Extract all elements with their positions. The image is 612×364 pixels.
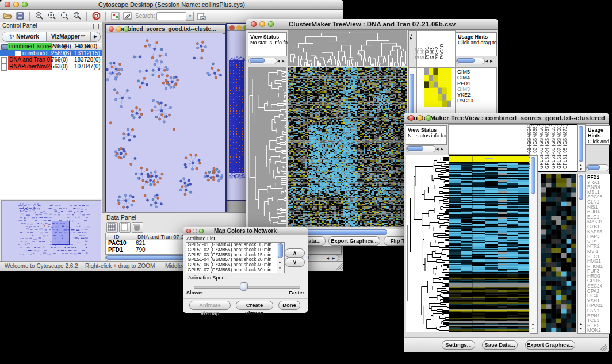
close-button[interactable] — [251, 21, 257, 27]
zoom-button[interactable] — [426, 115, 431, 121]
node-count: 769(0) — [51, 56, 68, 63]
column-label: GPL51-06 (GSM865) — [552, 125, 556, 169]
tv1-row-dendrogram[interactable] — [248, 67, 286, 227]
search-dropdown-button[interactable]: ▼ — [186, 12, 194, 21]
node-count: 2569(6) — [51, 50, 71, 57]
tv2-mini-heatmap[interactable] — [541, 174, 576, 332]
treeview2-titlebar[interactable]: ClusterMaker TreeView : combined_scores_… — [404, 113, 609, 124]
treeview1-title: ClusterMaker TreeView : DNA and Tran 07-… — [246, 19, 498, 29]
network-tree-row[interactable]: RNAPuberNov2+|563(0)107847(0) — [0, 63, 102, 70]
export-graphics---button[interactable]: Export Graphics... — [329, 237, 380, 245]
tab-vizmapper[interactable]: VizMapper™ — [47, 32, 91, 41]
network-overview-panel[interactable] — [1, 200, 101, 263]
done-button[interactable]: Done — [279, 301, 300, 309]
data-panel-title: Data Panel — [106, 214, 136, 221]
column-label: GPL51-04 (GSM857) — [545, 125, 550, 169]
minimize-button — [193, 229, 197, 233]
network-name: combined_sco — [21, 50, 52, 57]
tv1-heatmap[interactable] — [288, 67, 407, 227]
new-page-icon[interactable] — [119, 222, 131, 233]
status-welcome: Welcome to Cytoscape 2.6.2 — [5, 263, 78, 269]
resize-grip[interactable] — [600, 344, 607, 351]
table-icon[interactable] — [106, 222, 118, 233]
zoom-button[interactable] — [199, 229, 204, 233]
control-panel-header: Control Panel — [0, 22, 102, 30]
dialog-titlebar[interactable]: Map Colors to Network — [183, 227, 308, 235]
column-label: PAC10 — [439, 44, 444, 59]
window-controls — [5, 2, 28, 7]
save-button[interactable] — [15, 12, 25, 21]
more-tabs-button[interactable]: ▶ — [91, 32, 100, 41]
network-canvas-2[interactable] — [227, 31, 247, 199]
slider-thumb[interactable] — [240, 282, 248, 291]
tv1-mini-heatmap[interactable] — [424, 68, 451, 107]
gene-label: GIM4 — [457, 75, 473, 81]
column-label: PFD1 — [424, 47, 429, 59]
column-label: GPL51-08 (GSM872) — [563, 125, 568, 169]
minimize-button[interactable] — [417, 115, 423, 121]
annotation-icon[interactable] — [123, 12, 133, 21]
move-down-button[interactable]: ∨ — [285, 258, 304, 266]
tv2-gene-panel: PFD1YRA1RNR4MSL1SPC98CLN1NIS1BUD4ELG1MAK… — [586, 174, 610, 334]
trash-icon[interactable] — [132, 222, 143, 233]
tv1-usage-hints-panel: Usage HintsClick and drag to — [456, 32, 497, 56]
minimize-button[interactable] — [259, 21, 265, 27]
zoom-selected-icon[interactable] — [72, 12, 82, 21]
network-tree-row[interactable]: combined_sco2569(6)13112(15) — [0, 50, 102, 57]
float-panel-icon[interactable] — [93, 24, 99, 29]
tab-network[interactable]: Network — [2, 32, 47, 41]
tv2-vscrollbar[interactable]: ▲ ▼ — [530, 155, 538, 334]
zoom-out-icon[interactable] — [34, 12, 44, 21]
cytoscape-titlebar[interactable]: Cytoscape Desktop (Session Name: collins… — [0, 0, 343, 10]
tv2-row-dendrogram[interactable] — [406, 155, 449, 332]
tv2-usage-hints-panel: Usage HintsClick and drag — [586, 125, 610, 145]
tv2-genes-scrollbar[interactable]: ▲ ▼ — [577, 174, 586, 334]
settings---button[interactable]: Settings... — [442, 341, 475, 349]
minimize-button[interactable] — [13, 2, 19, 7]
network-canvas-1[interactable] — [106, 33, 223, 210]
close-button[interactable] — [186, 229, 191, 233]
gene-label: GIM3 — [457, 86, 473, 92]
tv2-heatmap[interactable] — [449, 155, 529, 332]
treeview1-titlebar[interactable]: ClusterMaker TreeView : DNA and Tran 07-… — [246, 19, 498, 30]
gene-label: GIM5 — [457, 69, 473, 75]
edge-count: 16218(0) — [74, 43, 97, 50]
open-file-button[interactable] — [2, 12, 13, 21]
network-window-1-titlebar[interactable]: combined_scores_good.txt--cluste... — [106, 25, 225, 34]
create-vizmap-button[interactable]: Create Vizmap — [236, 301, 273, 309]
help-icon[interactable] — [91, 12, 101, 21]
network-table: Network Nodes Edges combined_scores2764(… — [0, 43, 102, 199]
attribute-list-scrollbar[interactable]: ▲ ▼ — [277, 243, 284, 273]
close-button[interactable] — [5, 2, 10, 7]
move-up-button[interactable]: ∧ — [285, 249, 304, 257]
snapshot-icon[interactable] — [196, 12, 206, 21]
tv1-column-labels: GIM5GIM4PFD1GIM3YKE2PAC10 — [416, 30, 456, 67]
tv2-labels-scrollbar[interactable]: ▲ ▼ — [577, 124, 586, 172]
resize-grip[interactable] — [336, 263, 343, 270]
slower-label: Slower — [186, 290, 204, 296]
network-window-1[interactable]: combined_scores_good.txt--cluste... — [105, 24, 227, 213]
file-icon — [1, 64, 7, 71]
export-graphics---button[interactable]: Export Graphics... — [526, 341, 575, 349]
gene-label: PAC10 — [457, 98, 473, 104]
attribute-list[interactable]: GPL51-01 (GSM854) heat shock 05 minGPL51… — [186, 242, 285, 273]
column-label: GIM5 — [415, 47, 419, 59]
vizmap-icon[interactable] — [110, 12, 120, 21]
close-button[interactable] — [408, 115, 414, 121]
gene-label: YKE2 — [457, 92, 473, 98]
search-input[interactable] — [156, 12, 186, 20]
save-data---button[interactable]: Save Data... — [483, 341, 517, 349]
network-tree-row[interactable]: DNA and Tran 07769(0)183728(0) — [0, 56, 102, 63]
zoom-button[interactable] — [22, 2, 28, 7]
tv1-column-dendrogram[interactable] — [288, 30, 407, 66]
network-window-2[interactable] — [226, 23, 249, 201]
animate-vizmap-button[interactable]: Animate Vizmap — [190, 301, 230, 309]
column-label: GPL51-03 (GSM856) — [540, 125, 544, 169]
network-tree-row[interactable]: combined_scores2764(0)16218(0) — [0, 43, 102, 50]
attribute-item[interactable]: GPL51-07 (GSM868) heat shock 60 min — [186, 268, 284, 273]
zoom-in-icon[interactable] — [47, 12, 57, 21]
control-panel: Control Panel Network VizMapper™ ▶ Netwo… — [0, 22, 103, 262]
zoom-fit-icon[interactable] — [59, 12, 70, 21]
network-name: DNA and Tran 07 — [8, 56, 52, 63]
zoom-button[interactable] — [268, 21, 274, 27]
